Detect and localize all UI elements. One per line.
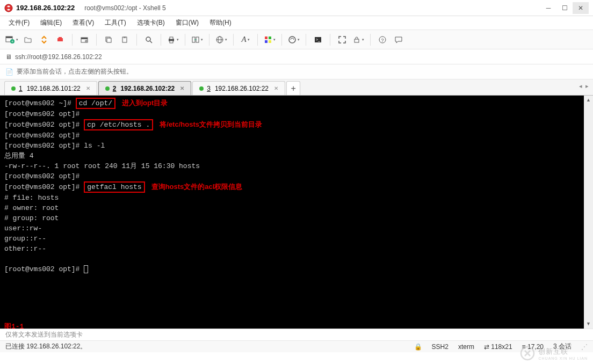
- svg-rect-11: [107, 38, 111, 42]
- status-protocol: SSH2: [432, 343, 449, 351]
- svg-point-14: [146, 37, 150, 41]
- svg-text:?: ?: [381, 38, 384, 43]
- menu-window[interactable]: 窗口(W): [172, 17, 202, 28]
- svg-rect-24: [265, 37, 267, 39]
- svg-rect-5: [57, 38, 63, 41]
- fullscreen-icon[interactable]: [336, 33, 349, 46]
- app-icon: [4, 4, 13, 12]
- tab-num: 2: [113, 85, 117, 92]
- tab-bar: 1 192.168.26.101:22 ✕ 2 192.168.26.102:2…: [0, 79, 593, 96]
- open-icon[interactable]: [21, 33, 34, 46]
- title-bar: 192.168.26.102:22 root@vms002:/opt - Xsh…: [0, 0, 593, 16]
- svg-rect-18: [170, 41, 173, 43]
- menu-help[interactable]: 帮助(H): [206, 17, 235, 28]
- status-size: ⇄ 118x21: [484, 343, 512, 351]
- status-dot-icon: [105, 86, 110, 91]
- help-icon[interactable]: ?: [376, 33, 389, 46]
- watermark-icon: [520, 346, 535, 361]
- terminal[interactable]: [root@vms002 ~]# cd /opt/进入到opt目录[root@v…: [0, 96, 584, 329]
- scrollbar[interactable]: ▲ ▼: [584, 96, 593, 329]
- scroll-down-icon[interactable]: ▼: [584, 319, 593, 329]
- close-button[interactable]: ✕: [573, 2, 589, 14]
- svg-text:>_: >_: [316, 38, 320, 42]
- svg-rect-2: [6, 37, 12, 38]
- status-bar: 已连接 192.168.26.102:22。 🔒 SSH2 xterm ⇄ 11…: [0, 340, 593, 352]
- svg-rect-25: [269, 37, 271, 39]
- find-icon[interactable]: [142, 33, 155, 46]
- copy-icon[interactable]: [102, 33, 115, 46]
- address-text: ssh://root@192.168.26.102:22: [15, 53, 102, 61]
- menu-tabs[interactable]: 选项卡(B): [134, 17, 168, 28]
- watermark: 创新互联 CHUANG XIN HU LIAN: [520, 346, 588, 361]
- maximize-button[interactable]: ☐: [556, 2, 573, 14]
- tab-2[interactable]: 2 192.168.26.102:22 ✕: [98, 81, 191, 95]
- reconnect-icon[interactable]: [38, 33, 50, 46]
- menu-file[interactable]: 文件(F): [5, 17, 33, 28]
- paste-icon[interactable]: [118, 33, 131, 46]
- file-transfer-icon[interactable]: ▾: [191, 33, 204, 46]
- svg-rect-6: [59, 37, 62, 38]
- scroll-up-icon[interactable]: ▲: [584, 96, 593, 105]
- ssh-icon: 🖥: [5, 53, 12, 61]
- svg-line-15: [150, 41, 152, 43]
- hint-bar: 📄 要添加当前会话，点击左侧的箭头按钮。: [0, 64, 593, 79]
- print-icon[interactable]: ▾: [167, 33, 179, 46]
- tab-scroll-arrows[interactable]: ◂ ▸: [579, 83, 589, 90]
- status-connection: 已连接 192.168.26.102:22。: [5, 342, 86, 351]
- menu-bar: 文件(F) 编辑(E) 查看(V) 工具(T) 选项卡(B) 窗口(W) 帮助(…: [0, 16, 593, 30]
- svg-rect-31: [355, 39, 359, 42]
- svg-rect-8: [81, 38, 88, 39]
- svg-point-0: [5, 4, 12, 12]
- tab-num: 3: [207, 85, 211, 92]
- new-tab-button[interactable]: +: [286, 81, 300, 95]
- hint-text: 要添加当前会话，点击左侧的箭头按钮。: [17, 67, 133, 76]
- tab-label: 192.168.26.102:22: [120, 85, 175, 92]
- tab-1[interactable]: 1 192.168.26.101:22 ✕: [4, 81, 97, 95]
- watermark-name: 创新互联: [538, 347, 588, 356]
- svg-point-28: [289, 37, 295, 43]
- svg-rect-27: [269, 40, 271, 43]
- svg-rect-26: [265, 40, 267, 43]
- address-bar[interactable]: 🖥 ssh://root@192.168.26.102:22: [0, 49, 593, 64]
- send-mode-bar[interactable]: 仅将文本发送到当前选项卡: [0, 329, 593, 340]
- script-icon[interactable]: ▾: [287, 33, 300, 46]
- tab-close-icon[interactable]: ✕: [86, 85, 90, 91]
- lock-icon[interactable]: ▾: [352, 33, 365, 46]
- svg-rect-17: [170, 37, 173, 39]
- terminal-icon[interactable]: >_: [312, 33, 324, 46]
- globe-icon[interactable]: ▾: [215, 33, 228, 46]
- tab-close-icon[interactable]: ✕: [180, 85, 184, 91]
- status-dot-icon: [11, 86, 16, 91]
- svg-text:+: +: [11, 40, 13, 43]
- properties-icon[interactable]: [78, 33, 91, 46]
- new-session-icon[interactable]: +▾: [5, 33, 18, 46]
- tab-3[interactable]: 3 192.168.26.102:22 ✕: [192, 81, 285, 95]
- status-lock-icon: 🔒: [414, 343, 422, 351]
- minimize-button[interactable]: ─: [540, 2, 556, 14]
- chat-icon[interactable]: [392, 33, 405, 46]
- menu-edit[interactable]: 编辑(E): [37, 17, 65, 28]
- color-icon[interactable]: ▾: [263, 33, 276, 46]
- disconnect-icon[interactable]: [54, 33, 67, 46]
- tab-label: 192.168.26.102:22: [215, 85, 269, 92]
- send-mode-label: 仅将文本发送到当前选项卡: [5, 330, 83, 339]
- tab-label: 192.168.26.101:22: [27, 85, 81, 92]
- toolbar: +▾ ▾ ▾ ▾ A▾ ▾ ▾ >_ ▾ ?: [0, 30, 593, 49]
- tab-close-icon[interactable]: ✕: [274, 85, 278, 91]
- tab-num: 1: [19, 85, 23, 92]
- title-full: root@vms002:/opt - Xshell 5: [84, 4, 166, 12]
- menu-view[interactable]: 查看(V): [69, 17, 97, 28]
- watermark-sub: CHUANG XIN HU LIAN: [538, 356, 588, 360]
- menu-tools[interactable]: 工具(T): [102, 17, 129, 28]
- terminal-wrap: [root@vms002 ~]# cd /opt/进入到opt目录[root@v…: [0, 96, 593, 329]
- status-dot-icon: [199, 86, 204, 91]
- font-icon[interactable]: A▾: [239, 33, 252, 46]
- svg-rect-13: [124, 37, 126, 38]
- svg-point-9: [85, 40, 88, 43]
- title-ip: 192.168.26.102:22: [16, 4, 75, 12]
- status-term: xterm: [458, 343, 474, 351]
- bookmark-icon[interactable]: 📄: [5, 68, 13, 76]
